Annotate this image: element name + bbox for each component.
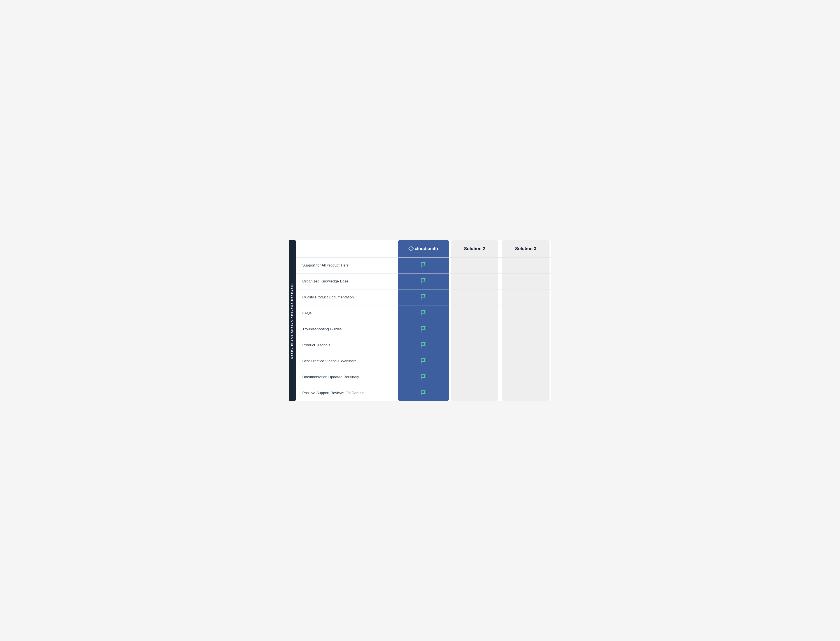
rows-container: Support for All Product Tiers Organized … [296,258,551,401]
solution2-check-cell [451,353,499,369]
solution3-check-cell [502,337,549,353]
solution3-check-cell [502,290,549,305]
solution2-check-cell [451,274,499,289]
feature-cell: Product Tutorials [296,337,398,353]
solution2-check-cell [451,385,499,401]
flag-icon [420,341,427,349]
sidebar-label-text: GREEN FLAGS DURING DESKTOP RESEARCH [291,282,294,359]
page-wrapper: GREEN FLAGS DURING DESKTOP RESEARCH clou… [289,240,551,401]
solution2-check-cell [451,321,499,337]
table-row: FAQs [296,305,551,321]
feature-cell: Quality Product Documentation [296,290,398,305]
solution2-header-text: Solution 2 [464,246,485,251]
solution3-check-cell [502,369,549,385]
solution3-check-cell [502,321,549,337]
flag-icon [420,293,427,301]
cloudsmith-check-cell [398,321,449,337]
feature-label: Troubleshooting Guides [302,327,342,332]
cloudsmith-check-cell [398,258,449,273]
header-row: cloudsmith Solution 2 Solution 3 [296,240,551,258]
comparison-table: cloudsmith Solution 2 Solution 3 Support… [296,240,551,401]
cloudsmith-check-cell [398,385,449,401]
feature-label: Support for All Product Tiers [302,263,349,267]
flag-icon [420,357,427,365]
feature-label: Organized Knowledge Base [302,279,349,283]
solution3-check-cell [502,385,549,401]
feature-cell: Troubleshooting Guides [296,321,398,337]
cloudsmith-check-cell [398,290,449,305]
feature-label: Best Practice Videos + Webinars [302,359,356,363]
table-row: Quality Product Documentation [296,290,551,305]
feature-label: Product Tutorials [302,343,330,347]
cloudsmith-logo: cloudsmith [409,246,438,251]
sidebar-label: GREEN FLAGS DURING DESKTOP RESEARCH [289,240,296,401]
feature-label: Positive Support Reviews Off-Domain [302,391,364,395]
feature-label: FAQs [302,311,312,316]
feature-cell: Support for All Product Tiers [296,258,398,273]
table-row: Best Practice Videos + Webinars [296,353,551,369]
flag-icon [420,261,427,269]
cloudsmith-header-cell: cloudsmith [398,240,449,257]
solution2-check-cell [451,369,499,385]
feature-header-cell [296,240,398,257]
solution2-check-cell [451,290,499,305]
flag-icon [420,389,427,397]
feature-label: Quality Product Documentation [302,295,354,300]
solution2-check-cell [451,258,499,273]
cloudsmith-check-cell [398,305,449,321]
solution3-check-cell [502,305,549,321]
cloudsmith-check-cell [398,353,449,369]
flag-icon [420,373,427,381]
cloudsmith-check-cell [398,274,449,289]
solution2-check-cell [451,337,499,353]
table-row: Support for All Product Tiers [296,258,551,274]
solution3-check-cell [502,258,549,273]
solution3-check-cell [502,274,549,289]
feature-cell: Organized Knowledge Base [296,274,398,289]
feature-cell: Documentation Updated Routinely [296,369,398,385]
cloudsmith-check-cell [398,337,449,353]
table-row: Product Tutorials [296,337,551,353]
solution2-header-cell: Solution 2 [451,240,499,257]
flag-icon [420,325,427,333]
feature-cell: Best Practice Videos + Webinars [296,353,398,369]
feature-cell: Positive Support Reviews Off-Domain [296,385,398,401]
cloudsmith-check-cell [398,369,449,385]
flag-icon [420,309,427,317]
cloudsmith-logo-text: cloudsmith [415,246,438,251]
feature-label: Documentation Updated Routinely [302,375,359,379]
solution3-header-cell: Solution 3 [502,240,549,257]
table-row: Documentation Updated Routinely [296,369,551,385]
solution2-check-cell [451,305,499,321]
solution3-check-cell [502,353,549,369]
table-row: Positive Support Reviews Off-Domain [296,385,551,401]
flag-icon [420,277,427,285]
cloudsmith-diamond-icon [408,246,414,251]
table-row: Troubleshooting Guides [296,321,551,337]
table-row: Organized Knowledge Base [296,274,551,290]
feature-cell: FAQs [296,305,398,321]
solution3-header-text: Solution 3 [515,246,536,251]
